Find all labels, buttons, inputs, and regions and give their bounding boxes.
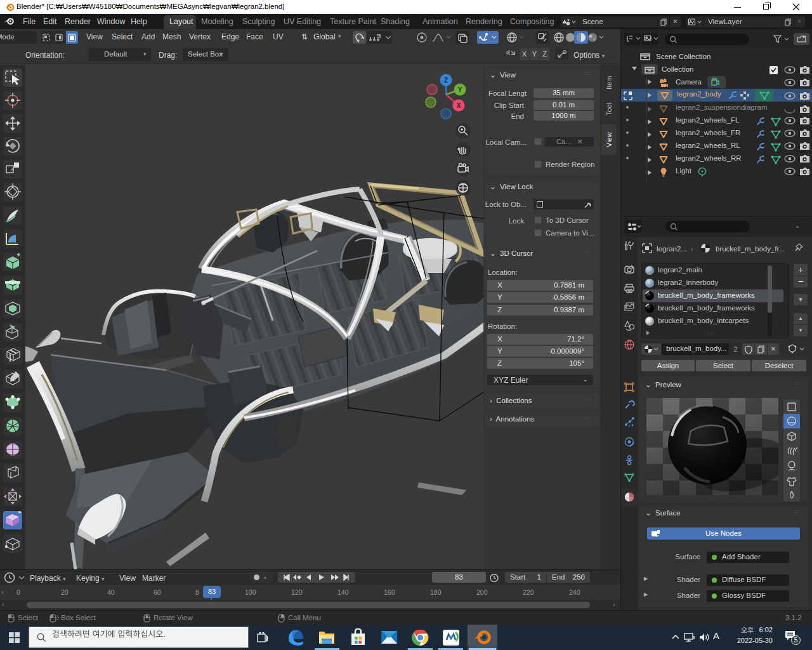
svg-text:Z: Z (444, 77, 448, 84)
svg-text:X: X (457, 102, 461, 109)
svg-text:Y: Y (458, 86, 462, 93)
